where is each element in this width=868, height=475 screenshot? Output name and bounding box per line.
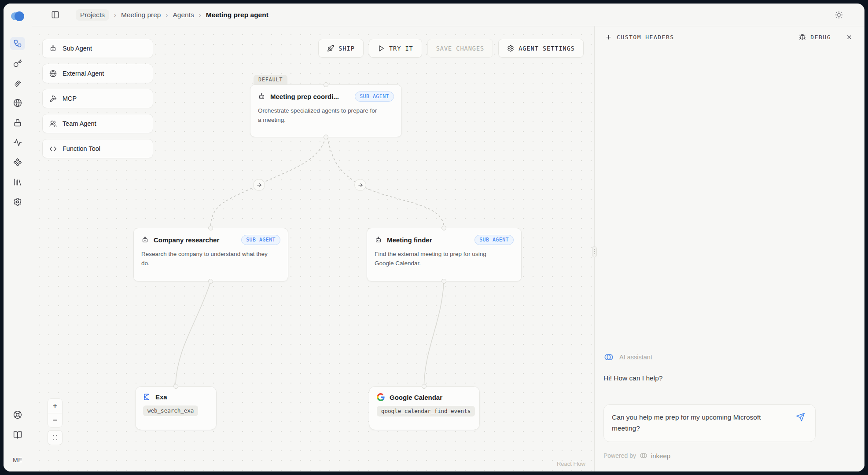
custom-headers-label: CUSTOM HEADERS [617, 34, 674, 40]
assistant-label: AI assistant [619, 354, 652, 361]
sidebar-toggle-button[interactable] [49, 9, 61, 21]
sidebar-item-settings[interactable] [10, 195, 25, 208]
breadcrumb-current: Meeting prep agent [206, 11, 268, 19]
sidebar-item-docs[interactable] [10, 428, 25, 442]
hammer-icon [49, 95, 57, 102]
send-button[interactable] [796, 413, 806, 423]
inkeep-logo-icon [10, 11, 25, 22]
node-title: Meeting prep coordi... [270, 93, 339, 100]
edge-transfer-arrow[interactable] [253, 179, 265, 191]
node-description: Find the external meeting to prep for us… [375, 250, 507, 268]
palette-item-sub-agent[interactable]: Sub Agent [42, 39, 153, 58]
powered-by-link[interactable]: Powered by inkeep [603, 451, 856, 460]
ai-assistant-icon [603, 352, 614, 362]
theme-toggle-button[interactable] [833, 9, 845, 21]
node-meeting-prep-coordinator[interactable]: Meeting prep coordi... SUB AGENT Orchest… [250, 84, 402, 137]
save-changes-label: SAVE CHANGES [436, 45, 485, 52]
debug-button[interactable]: DEBUG [799, 33, 831, 40]
node-handle-bottom[interactable] [324, 135, 328, 139]
sun-icon [835, 11, 843, 19]
fit-view-icon [52, 435, 58, 441]
fit-view-button[interactable] [48, 431, 62, 445]
sub-agent-badge: SUB AGENT [474, 235, 514, 245]
edge-transfer-arrow[interactable] [354, 179, 366, 191]
sidebar-item-external[interactable] [10, 96, 25, 110]
top-bar: Projects › Meeting prep › Agents › Meeti… [32, 4, 864, 26]
assistant-message: Hi! How can I help? [603, 374, 856, 382]
breadcrumb-separator: › [166, 11, 168, 18]
node-handle-top[interactable] [422, 384, 427, 389]
default-badge: DEFAULT [254, 75, 287, 85]
tool-chip: web_search_exa [143, 406, 198, 416]
sub-agent-badge: SUB AGENT [241, 235, 280, 245]
bot-icon [258, 93, 265, 100]
code-icon [49, 145, 57, 153]
sidebar-item-activity[interactable] [10, 136, 25, 149]
exa-logo-icon [143, 393, 151, 401]
palette-item-function-tool[interactable]: Function Tool [42, 139, 153, 158]
try-it-button-label: TRY IT [389, 45, 413, 52]
sidebar-item-components[interactable] [10, 156, 25, 169]
palette-item-label: MCP [63, 95, 77, 102]
assistant-header: AI assistant [603, 352, 856, 362]
ship-button-label: SHIP [338, 45, 355, 52]
inkeep-logo[interactable] [10, 11, 25, 22]
react-flow-attribution[interactable]: React Flow [557, 460, 585, 467]
node-handle-top[interactable] [208, 226, 213, 230]
close-icon [846, 34, 853, 40]
arrow-right-icon [357, 182, 364, 188]
workflow-icon [13, 39, 22, 48]
chat-input-value: Can you help me prep for my upcoming Mic… [612, 412, 780, 434]
sidebar-item-credentials[interactable] [10, 77, 25, 90]
node-exa-tool[interactable]: Exa web_search_exa [135, 386, 217, 430]
zoom-out-button[interactable]: − [48, 413, 62, 427]
sidebar-item-graph[interactable] [10, 37, 25, 50]
palette-item-external-agent[interactable]: External Agent [42, 64, 153, 83]
sidebar-item-api-keys[interactable] [10, 57, 25, 70]
palette-item-label: External Agent [63, 70, 104, 77]
node-google-calendar-tool[interactable]: Google Calendar google_calendar_find_eve… [369, 386, 480, 430]
users-icon [49, 120, 57, 128]
panel-resize-handle[interactable] [592, 246, 597, 257]
zoom-in-button[interactable]: + [48, 399, 62, 413]
node-handle-top[interactable] [173, 384, 178, 389]
sidebar-item-library[interactable] [10, 175, 25, 189]
chat-input[interactable]: Can you help me prep for my upcoming Mic… [603, 404, 816, 442]
breadcrumb-project[interactable]: Meeting prep [121, 11, 161, 19]
close-panel-button[interactable] [844, 32, 854, 42]
node-company-researcher[interactable]: Company researcher SUB AGENT Research th… [133, 228, 288, 281]
node-handle-top[interactable] [441, 226, 446, 230]
rocket-icon [327, 45, 334, 52]
life-buoy-icon [13, 410, 22, 419]
node-meeting-finder[interactable]: Meeting finder SUB AGENT Find the extern… [367, 228, 522, 281]
node-title: Exa [155, 393, 167, 401]
palette-item-team-agent[interactable]: Team Agent [42, 114, 153, 133]
gear-icon [13, 197, 22, 206]
graph-canvas[interactable]: Sub Agent External Agent MCP Team Agent [32, 26, 594, 471]
tool-chip: google_calendar_find_events [377, 406, 475, 417]
bot-icon [375, 236, 382, 244]
library-icon [13, 178, 22, 186]
send-icon [796, 413, 805, 422]
user-avatar[interactable]: ME [13, 457, 22, 464]
globe-icon [13, 99, 22, 107]
custom-headers-button[interactable]: CUSTOM HEADERS [605, 34, 674, 40]
palette-item-label: Sub Agent [63, 45, 92, 52]
plus-icon [605, 34, 612, 40]
node-title: Meeting finder [387, 236, 432, 244]
palette-item-mcp[interactable]: MCP [42, 89, 153, 108]
node-handle-top[interactable] [324, 82, 328, 87]
bug-icon [799, 33, 806, 40]
sidebar-item-help[interactable] [10, 408, 25, 421]
breadcrumb-projects[interactable]: Projects [76, 9, 109, 21]
node-handle-bottom[interactable] [441, 279, 446, 284]
save-changes-button[interactable]: SAVE CHANGES [427, 39, 493, 58]
sidebar-item-security[interactable] [10, 116, 25, 129]
breadcrumb-agents[interactable]: Agents [173, 11, 194, 19]
node-handle-bottom[interactable] [208, 279, 213, 284]
agent-settings-button[interactable]: AGENT SETTINGS [498, 39, 584, 58]
chat-block: AI assistant Hi! How can I help? Can you… [595, 352, 864, 471]
breadcrumb: Projects › Meeting prep › Agents › Meeti… [76, 9, 268, 21]
try-it-button[interactable]: TRY IT [369, 39, 422, 58]
ship-button[interactable]: SHIP [318, 39, 364, 58]
